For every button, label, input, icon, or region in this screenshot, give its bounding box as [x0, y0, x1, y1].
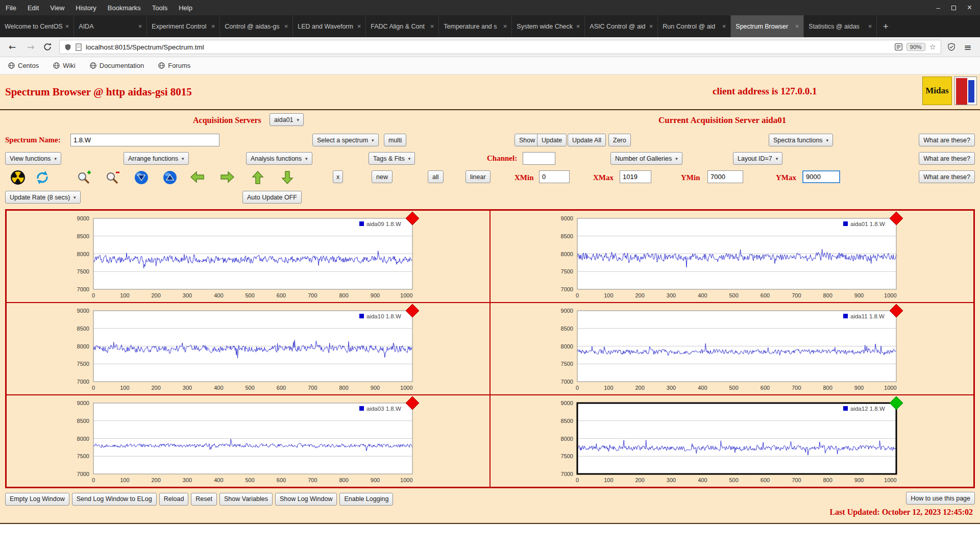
bookmark-forums[interactable]: Forums: [158, 62, 190, 69]
layout-id-dropdown[interactable]: Layout ID=7▾: [733, 152, 782, 165]
tab-system-wide-check[interactable]: System wide Check×: [512, 15, 585, 37]
spectrum-cell-aida09-1-8-w[interactable]: 7000750080008500900001002003004005006007…: [6, 210, 490, 303]
empty-log-window-button[interactable]: Empty Log Window: [5, 493, 69, 506]
tab-close-icon[interactable]: ×: [138, 22, 142, 30]
reset-button[interactable]: Reset: [191, 493, 217, 506]
scale-up-icon[interactable]: [162, 170, 178, 185]
what-are-these-button[interactable]: What are these?: [919, 134, 975, 146]
page-info-icon[interactable]: [76, 43, 82, 51]
zoom-out-icon[interactable]: [105, 170, 120, 185]
back-icon[interactable]: ←: [6, 42, 18, 52]
bookmark-documentation[interactable]: Documentation: [90, 62, 144, 69]
channel-input[interactable]: [523, 152, 555, 165]
tags-fits-dropdown[interactable]: Tags & Fits▾: [369, 152, 415, 165]
analysis-functions-dropdown[interactable]: Analysis functions▾: [246, 152, 312, 165]
tab-close-icon[interactable]: ×: [211, 22, 215, 30]
protection-icon[interactable]: [947, 43, 955, 51]
tab-temperature-and-s[interactable]: Temperature and s×: [439, 15, 512, 37]
move-up-icon[interactable]: [250, 170, 265, 185]
reader-mode-icon[interactable]: [895, 43, 902, 51]
move-down-icon[interactable]: [280, 170, 295, 185]
radiation-icon[interactable]: [10, 170, 26, 185]
tab-close-icon[interactable]: ×: [649, 22, 653, 30]
tab-fadc-align-cont[interactable]: FADC Align & Cont×: [366, 15, 439, 37]
url-bar[interactable]: localhost:8015/Spectrum/Spectrum.tml 90%…: [59, 40, 941, 54]
tab-experiment-control[interactable]: Experiment Control×: [147, 15, 220, 37]
update-rate-dropdown[interactable]: Update Rate (8 secs)▾: [5, 191, 81, 204]
scale-down-icon[interactable]: [134, 170, 149, 185]
spectrum-name-input[interactable]: [70, 134, 219, 146]
menu-tools[interactable]: Tools: [146, 4, 173, 12]
shield-icon[interactable]: [64, 43, 71, 51]
tab-aida[interactable]: AIDA×: [74, 15, 147, 37]
reload-button[interactable]: Reload: [159, 493, 189, 506]
spectrum-cell-aida12-1-8-w[interactable]: 7000750080008500900001002003004005006007…: [490, 395, 974, 487]
maximize-icon[interactable]: [951, 6, 956, 10]
all-button[interactable]: all: [428, 170, 444, 183]
tab-close-icon[interactable]: ×: [868, 22, 872, 30]
menu-help[interactable]: Help: [173, 4, 198, 12]
bookmark-centos[interactable]: Centos: [8, 62, 39, 69]
menu-bookmarks[interactable]: Bookmarks: [102, 4, 146, 12]
close-icon[interactable]: ×: [967, 3, 972, 12]
tab-close-icon[interactable]: ×: [503, 22, 507, 30]
app-menu-icon[interactable]: ≡: [962, 42, 974, 53]
what-are-these-button[interactable]: What are these?: [919, 152, 975, 165]
tab-close-icon[interactable]: ×: [722, 22, 726, 30]
tab-run-control-aid[interactable]: Run Control @ aid×: [658, 15, 731, 37]
arrange-functions-dropdown[interactable]: Arrange functions▾: [124, 152, 189, 165]
reload-icon[interactable]: [43, 42, 53, 52]
tab-close-icon[interactable]: ×: [284, 22, 288, 30]
new-button[interactable]: new: [372, 170, 393, 183]
spectra-functions-dropdown[interactable]: Spectra functions▾: [769, 134, 833, 146]
tab-spectrum-browser[interactable]: Spectrum Browser×: [731, 15, 804, 37]
zero-button[interactable]: Zero: [608, 134, 631, 146]
show-log-window-button[interactable]: Show Log Window: [275, 493, 337, 506]
acquisition-server-select[interactable]: aida01▾: [270, 113, 304, 126]
xmin-input[interactable]: [539, 170, 570, 183]
auto-update-button[interactable]: Auto Update OFF: [242, 191, 302, 204]
what-are-these-button[interactable]: What are these?: [919, 170, 975, 183]
show-button[interactable]: Show: [514, 134, 540, 146]
linear-button[interactable]: linear: [465, 170, 491, 183]
forward-icon[interactable]: →: [24, 42, 37, 52]
show-variables-button[interactable]: Show Variables: [219, 493, 273, 506]
tab-statistics-aidas[interactable]: Statistics @ aidas×: [804, 15, 877, 37]
tab-close-icon[interactable]: ×: [795, 22, 799, 30]
menu-view[interactable]: View: [44, 4, 70, 12]
xmax-input[interactable]: [620, 170, 651, 183]
bookmark-wiki[interactable]: Wiki: [53, 62, 76, 69]
tab-close-icon[interactable]: ×: [576, 22, 580, 30]
tab-close-icon[interactable]: ×: [65, 22, 69, 30]
view-functions-dropdown[interactable]: View functions▾: [5, 152, 61, 165]
select-spectrum-dropdown[interactable]: Select a spectrum▾: [312, 134, 379, 146]
zoom-in-icon[interactable]: [77, 170, 92, 185]
move-right-icon[interactable]: [219, 170, 235, 185]
new-tab-button[interactable]: +: [877, 15, 894, 37]
multi-button[interactable]: multi: [384, 134, 406, 146]
tab-control-aidas-gs[interactable]: Control @ aidas-gs×: [220, 15, 293, 37]
how-to-use-button[interactable]: How to use this page: [906, 492, 975, 505]
galleries-dropdown[interactable]: Number of Galleries▾: [610, 152, 682, 165]
menu-history[interactable]: History: [70, 4, 102, 12]
url-text[interactable]: localhost:8015/Spectrum/Spectrum.tml: [86, 43, 891, 51]
x-button[interactable]: x: [333, 170, 343, 183]
spectrum-cell-aida01-1-8-w[interactable]: 7000750080008500900001002003004005006007…: [490, 210, 974, 303]
menu-file[interactable]: File: [0, 4, 22, 12]
send-log-window-to-elog-button[interactable]: Send Log Window to ELog: [72, 493, 157, 506]
spectrum-cell-aida11-1-8-w[interactable]: 7000750080008500900001002003004005006007…: [490, 303, 974, 395]
update-all-button[interactable]: Update All: [568, 134, 606, 146]
refresh-spectra-icon[interactable]: [35, 170, 50, 185]
spectrum-cell-aida10-1-8-w[interactable]: 7000750080008500900001002003004005006007…: [6, 303, 490, 395]
tab-welcome-to-centos[interactable]: Welcome to CentOS×: [0, 15, 74, 37]
minimize-icon[interactable]: –: [936, 4, 940, 12]
bookmark-star-icon[interactable]: ☆: [929, 42, 936, 52]
update-button[interactable]: Update: [537, 134, 567, 146]
enable-logging-button[interactable]: Enable Logging: [339, 493, 393, 506]
ymax-input[interactable]: [802, 170, 840, 183]
zoom-level-badge[interactable]: 90%: [906, 43, 925, 51]
menu-edit[interactable]: Edit: [22, 4, 44, 12]
spectrum-cell-aida03-1-8-w[interactable]: 7000750080008500900001002003004005006007…: [6, 395, 490, 487]
move-left-icon[interactable]: [190, 170, 205, 185]
tab-close-icon[interactable]: ×: [430, 22, 434, 30]
